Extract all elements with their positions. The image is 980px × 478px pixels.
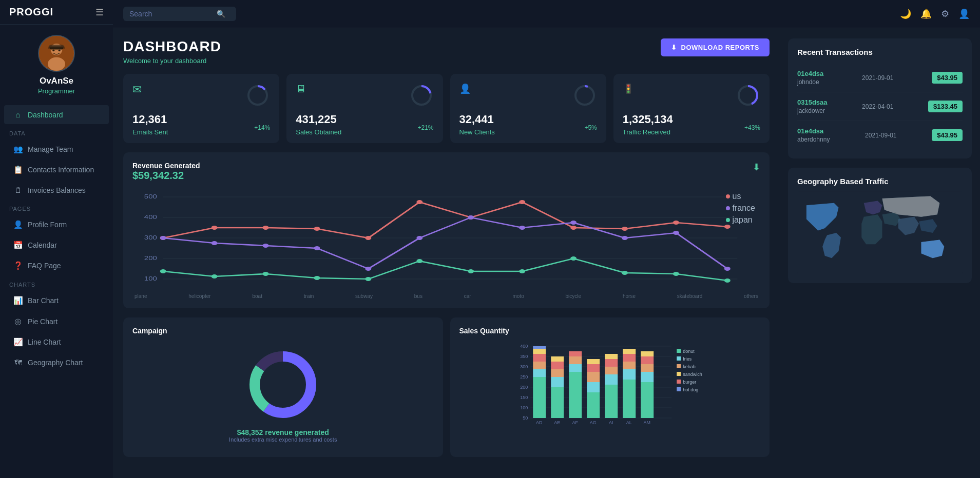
svg-text:AL: AL (626, 420, 631, 425)
transaction-user: jackdower (797, 107, 828, 114)
svg-point-60 (622, 271, 628, 275)
svg-text:AI: AI (608, 420, 613, 425)
stat-ring-emails (245, 83, 270, 108)
svg-rect-135 (677, 387, 681, 391)
stat-value-traffic: 1,325,134 (623, 113, 760, 126)
svg-text:400: 400 (144, 214, 157, 220)
svg-point-49 (673, 231, 679, 235)
user-icon[interactable]: 👤 (958, 8, 970, 19)
topbar: 🔍 🌙 🔔 ⚙ 👤 (113, 0, 980, 28)
sidebar-item-calendar[interactable]: 📅 Calendar (4, 235, 109, 255)
stat-change-sales: +21% (417, 124, 433, 131)
legend-france: france (726, 204, 755, 213)
svg-rect-107 (605, 385, 618, 418)
sidebar: PROGGI ☰ OvAnSe Programmer ⌂ Dashboard (0, 0, 113, 478)
donut-chart (244, 346, 321, 423)
sidebar-item-line-chart[interactable]: 📈 Line Chart (4, 332, 109, 352)
sidebar-item-manage-team[interactable]: 👥 Manage Team (4, 140, 109, 159)
transaction-id: 0315dsaa (797, 98, 828, 106)
revenue-header: Revenue Generated $59,342.32 ⬇ (132, 162, 760, 182)
sidebar-item-label: Invoices Balances (28, 186, 86, 194)
svg-text:400: 400 (520, 344, 528, 349)
sales-bar-chart: 400 350 300 250 200 150 100 50 (459, 341, 761, 428)
svg-point-2 (48, 57, 65, 71)
svg-point-46 (519, 226, 525, 230)
transaction-id: 01e4dsa (797, 127, 830, 135)
stat-label-sales: Sales Obtained (296, 128, 341, 136)
sales-bar-chart-container: 400 350 300 250 200 150 100 50 (459, 341, 761, 430)
svg-text:AG: AG (589, 420, 596, 425)
sidebar-item-profile-form[interactable]: 👤 Profile Form (4, 215, 109, 234)
svg-point-42 (314, 246, 320, 250)
svg-text:250: 250 (520, 374, 528, 380)
sidebar-item-contacts[interactable]: 📋 Contacts Information (4, 160, 109, 180)
sidebar-item-label: Calendar (28, 241, 57, 249)
svg-rect-90 (551, 387, 564, 418)
revenue-download-icon[interactable]: ⬇ (753, 162, 760, 173)
content: DASHBOARD Welcome to your dashboard ⬇ DO… (113, 28, 980, 478)
sidebar-item-bar-chart[interactable]: 📊 Bar Chart (4, 291, 109, 310)
line-chart-icon: 📈 (13, 337, 23, 347)
svg-text:hot dog: hot dog (683, 387, 698, 392)
dark-mode-icon[interactable]: 🌙 (900, 8, 911, 19)
world-map-svg (797, 187, 963, 279)
sidebar-item-label: FAQ Page (28, 262, 61, 270)
svg-rect-115 (623, 362, 636, 369)
svg-rect-94 (551, 356, 564, 362)
legend-us: us (726, 192, 755, 201)
download-reports-button[interactable]: ⬇ DOWNLOAD REPORTS (661, 38, 770, 56)
stat-ring-traffic (736, 83, 760, 108)
svg-point-41 (263, 244, 269, 248)
transactions-card: Recent Transactions 01e4dsa johndoe 2021… (788, 38, 972, 158)
stat-label-clients: New Clients (459, 128, 495, 136)
svg-text:AF: AF (572, 420, 578, 425)
donut-chart-container: $48,352 revenue generated Includes extra… (132, 341, 434, 448)
notifications-icon[interactable]: 🔔 (920, 8, 932, 19)
svg-rect-123 (641, 351, 654, 356)
svg-text:donut: donut (683, 349, 695, 354)
sales-quantity-card: Sales Quantity (450, 317, 770, 457)
page-subtitle: Welcome to your dashboard (123, 57, 221, 65)
settings-icon[interactable]: ⚙ (941, 8, 949, 19)
transaction-user: johndoe (797, 78, 823, 86)
search-input[interactable] (129, 10, 217, 18)
sidebar-item-invoices[interactable]: 🗒 Invoices Balances (4, 181, 109, 200)
svg-point-28 (212, 226, 218, 230)
chart-legend: us france japan (726, 192, 755, 225)
page-title: DASHBOARD (123, 38, 221, 55)
sidebar-nav: ⌂ Dashboard Data 👥 Manage Team 📋 Contact… (0, 100, 113, 377)
stat-ring-sales (409, 83, 434, 108)
legend-japan-dot (726, 218, 730, 222)
svg-point-32 (416, 200, 422, 204)
svg-text:100: 100 (520, 405, 528, 410)
pie-chart-icon: ◎ (13, 316, 23, 326)
svg-text:100: 100 (144, 276, 157, 282)
search-icon: 🔍 (217, 10, 225, 18)
svg-rect-117 (623, 349, 636, 354)
sidebar-item-pie-chart[interactable]: ◎ Pie Chart (4, 311, 109, 331)
sidebar-item-faq[interactable]: ❓ FAQ Page (4, 256, 109, 275)
menu-toggle-icon[interactable]: ☰ (95, 7, 104, 18)
home-icon: ⌂ (13, 110, 23, 119)
svg-point-50 (724, 267, 731, 271)
svg-text:50: 50 (523, 415, 528, 421)
svg-rect-104 (587, 364, 600, 372)
stat-value-clients: 32,441 (459, 113, 597, 126)
svg-point-31 (365, 236, 371, 240)
revenue-chart-container: 500 400 300 200 100 (132, 187, 760, 291)
transaction-amount: $133.45 (928, 101, 963, 112)
svg-point-39 (160, 236, 166, 240)
sidebar-item-geo-chart[interactable]: 🗺 Geography Chart (4, 353, 109, 372)
profile-icon: 👤 (13, 220, 23, 229)
svg-point-44 (416, 236, 422, 240)
sidebar-item-label: Geography Chart (28, 358, 83, 367)
svg-text:AM: AM (643, 420, 650, 425)
svg-point-51 (160, 269, 166, 273)
svg-point-35 (570, 226, 577, 230)
svg-rect-97 (569, 364, 582, 372)
download-icon: ⬇ (671, 44, 677, 51)
sidebar-profile: OvAnSe Programmer (0, 25, 113, 100)
sidebar-item-label: Dashboard (28, 111, 63, 119)
campaign-title: Campaign (132, 327, 434, 335)
sidebar-item-dashboard[interactable]: ⌂ Dashboard (4, 105, 109, 124)
